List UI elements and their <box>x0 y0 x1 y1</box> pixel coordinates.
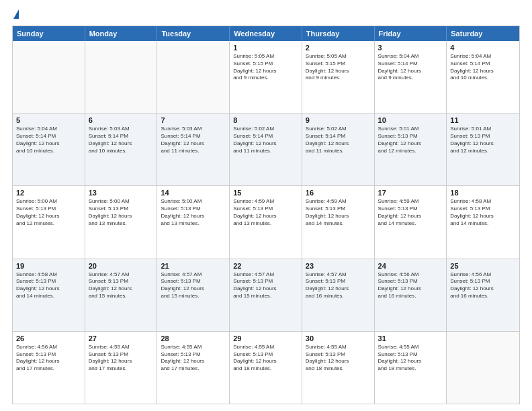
calendar-header-cell: Sunday <box>13 26 85 41</box>
day-number: 14 <box>161 189 226 197</box>
cell-text: Sunrise: 5:03 AMSunset: 5:14 PMDaylight:… <box>89 126 154 154</box>
cell-text: Sunrise: 4:57 AMSunset: 5:13 PMDaylight:… <box>161 271 226 300</box>
calendar: SundayMondayTuesdayWednesdayThursdayFrid… <box>12 26 520 404</box>
calendar-cell: 2Sunrise: 5:05 AMSunset: 5:15 PMDaylight… <box>302 41 375 113</box>
day-number: 31 <box>378 334 443 342</box>
calendar-cell: 19Sunrise: 4:58 AMSunset: 5:13 PMDayligh… <box>13 259 85 331</box>
cell-text: Sunrise: 4:59 AMSunset: 5:13 PMDaylight:… <box>378 198 443 227</box>
day-number: 22 <box>233 262 298 270</box>
day-number: 21 <box>161 262 226 270</box>
calendar-body: 1Sunrise: 5:05 AMSunset: 5:15 PMDaylight… <box>13 41 519 404</box>
day-number: 5 <box>16 116 81 124</box>
calendar-cell: 15Sunrise: 4:59 AMSunset: 5:13 PMDayligh… <box>230 186 302 258</box>
calendar-cell: 1Sunrise: 5:05 AMSunset: 5:15 PMDaylight… <box>230 41 302 113</box>
day-number: 4 <box>450 44 516 52</box>
calendar-header-cell: Monday <box>85 26 158 41</box>
calendar-cell <box>157 41 230 113</box>
calendar-row: 19Sunrise: 4:58 AMSunset: 5:13 PMDayligh… <box>13 259 519 331</box>
calendar-cell: 5Sunrise: 5:04 AMSunset: 5:14 PMDaylight… <box>13 113 85 185</box>
cell-text: Sunrise: 4:55 AMSunset: 5:13 PMDaylight:… <box>306 344 371 373</box>
cell-text: Sunrise: 5:04 AMSunset: 5:14 PMDaylight:… <box>450 53 516 82</box>
calendar-header-cell: Tuesday <box>157 26 230 41</box>
calendar-row: 1Sunrise: 5:05 AMSunset: 5:15 PMDaylight… <box>13 41 519 113</box>
cell-text: Sunrise: 4:59 AMSunset: 5:13 PMDaylight:… <box>306 198 371 227</box>
day-number: 23 <box>306 262 371 270</box>
day-number: 19 <box>16 262 81 270</box>
calendar-cell: 4Sunrise: 5:04 AMSunset: 5:14 PMDaylight… <box>447 41 519 113</box>
calendar-cell: 30Sunrise: 4:55 AMSunset: 5:13 PMDayligh… <box>302 332 375 404</box>
calendar-cell: 24Sunrise: 4:56 AMSunset: 5:13 PMDayligh… <box>375 259 447 331</box>
calendar-cell <box>447 332 519 404</box>
logo <box>12 12 19 19</box>
day-number: 16 <box>306 189 371 197</box>
cell-text: Sunrise: 4:55 AMSunset: 5:13 PMDaylight:… <box>233 344 298 373</box>
calendar-cell: 8Sunrise: 5:02 AMSunset: 5:14 PMDaylight… <box>230 113 302 185</box>
day-number: 26 <box>16 334 81 342</box>
day-number: 12 <box>16 189 81 197</box>
calendar-cell: 26Sunrise: 4:56 AMSunset: 5:13 PMDayligh… <box>13 332 85 404</box>
cell-text: Sunrise: 5:00 AMSunset: 5:13 PMDaylight:… <box>161 198 226 227</box>
day-number: 10 <box>378 116 443 124</box>
cell-text: Sunrise: 5:00 AMSunset: 5:13 PMDaylight:… <box>89 198 154 227</box>
calendar-header-cell: Saturday <box>447 26 519 41</box>
calendar-cell: 16Sunrise: 4:59 AMSunset: 5:13 PMDayligh… <box>302 186 375 258</box>
day-number: 2 <box>306 44 371 52</box>
day-number: 7 <box>161 116 226 124</box>
calendar-cell: 31Sunrise: 4:55 AMSunset: 5:13 PMDayligh… <box>375 332 447 404</box>
page: SundayMondayTuesdayWednesdayThursdayFrid… <box>0 0 532 411</box>
cell-text: Sunrise: 4:57 AMSunset: 5:13 PMDaylight:… <box>233 271 298 300</box>
cell-text: Sunrise: 4:56 AMSunset: 5:13 PMDaylight:… <box>378 271 443 300</box>
day-number: 6 <box>89 116 154 124</box>
header <box>12 12 520 19</box>
calendar-header: SundayMondayTuesdayWednesdayThursdayFrid… <box>13 26 519 41</box>
cell-text: Sunrise: 4:55 AMSunset: 5:13 PMDaylight:… <box>378 344 443 373</box>
cell-text: Sunrise: 4:55 AMSunset: 5:13 PMDaylight:… <box>161 344 226 373</box>
calendar-cell: 28Sunrise: 4:55 AMSunset: 5:13 PMDayligh… <box>157 332 230 404</box>
day-number: 13 <box>89 189 154 197</box>
calendar-cell: 21Sunrise: 4:57 AMSunset: 5:13 PMDayligh… <box>157 259 230 331</box>
cell-text: Sunrise: 4:57 AMSunset: 5:13 PMDaylight:… <box>89 271 154 300</box>
day-number: 3 <box>378 44 443 52</box>
calendar-header-cell: Wednesday <box>230 26 302 41</box>
cell-text: Sunrise: 4:55 AMSunset: 5:13 PMDaylight:… <box>89 344 154 373</box>
cell-text: Sunrise: 5:05 AMSunset: 5:15 PMDaylight:… <box>233 53 298 82</box>
calendar-cell: 17Sunrise: 4:59 AMSunset: 5:13 PMDayligh… <box>375 186 447 258</box>
logo-triangle-icon <box>13 9 19 19</box>
day-number: 18 <box>450 189 516 197</box>
calendar-cell: 20Sunrise: 4:57 AMSunset: 5:13 PMDayligh… <box>85 259 158 331</box>
cell-text: Sunrise: 5:05 AMSunset: 5:15 PMDaylight:… <box>306 53 371 82</box>
calendar-cell: 13Sunrise: 5:00 AMSunset: 5:13 PMDayligh… <box>85 186 158 258</box>
calendar-row: 26Sunrise: 4:56 AMSunset: 5:13 PMDayligh… <box>13 331 519 404</box>
cell-text: Sunrise: 5:00 AMSunset: 5:13 PMDaylight:… <box>16 198 81 227</box>
cell-text: Sunrise: 5:03 AMSunset: 5:14 PMDaylight:… <box>161 126 226 154</box>
day-number: 9 <box>306 116 371 124</box>
cell-text: Sunrise: 4:56 AMSunset: 5:13 PMDaylight:… <box>450 271 516 300</box>
day-number: 17 <box>378 189 443 197</box>
calendar-cell: 3Sunrise: 5:04 AMSunset: 5:14 PMDaylight… <box>375 41 447 113</box>
day-number: 20 <box>89 262 154 270</box>
calendar-cell: 25Sunrise: 4:56 AMSunset: 5:13 PMDayligh… <box>447 259 519 331</box>
calendar-header-cell: Friday <box>375 26 447 41</box>
cell-text: Sunrise: 4:58 AMSunset: 5:13 PMDaylight:… <box>16 271 81 300</box>
cell-text: Sunrise: 5:02 AMSunset: 5:14 PMDaylight:… <box>233 126 298 154</box>
cell-text: Sunrise: 5:01 AMSunset: 5:13 PMDaylight:… <box>450 126 516 154</box>
calendar-cell: 7Sunrise: 5:03 AMSunset: 5:14 PMDaylight… <box>157 113 230 185</box>
day-number: 8 <box>233 116 298 124</box>
calendar-cell: 27Sunrise: 4:55 AMSunset: 5:13 PMDayligh… <box>85 332 158 404</box>
calendar-cell: 10Sunrise: 5:01 AMSunset: 5:13 PMDayligh… <box>375 113 447 185</box>
cell-text: Sunrise: 5:01 AMSunset: 5:13 PMDaylight:… <box>378 126 443 154</box>
calendar-cell: 6Sunrise: 5:03 AMSunset: 5:14 PMDaylight… <box>85 113 158 185</box>
day-number: 1 <box>233 44 298 52</box>
cell-text: Sunrise: 5:02 AMSunset: 5:14 PMDaylight:… <box>306 126 371 154</box>
day-number: 11 <box>450 116 516 124</box>
calendar-cell: 23Sunrise: 4:57 AMSunset: 5:13 PMDayligh… <box>302 259 375 331</box>
day-number: 24 <box>378 262 443 270</box>
day-number: 28 <box>161 334 226 342</box>
calendar-header-cell: Thursday <box>302 26 375 41</box>
calendar-cell <box>13 41 85 113</box>
cell-text: Sunrise: 4:59 AMSunset: 5:13 PMDaylight:… <box>233 198 298 227</box>
cell-text: Sunrise: 4:57 AMSunset: 5:13 PMDaylight:… <box>306 271 371 300</box>
day-number: 15 <box>233 189 298 197</box>
cell-text: Sunrise: 5:04 AMSunset: 5:14 PMDaylight:… <box>378 53 443 82</box>
calendar-cell: 29Sunrise: 4:55 AMSunset: 5:13 PMDayligh… <box>230 332 302 404</box>
